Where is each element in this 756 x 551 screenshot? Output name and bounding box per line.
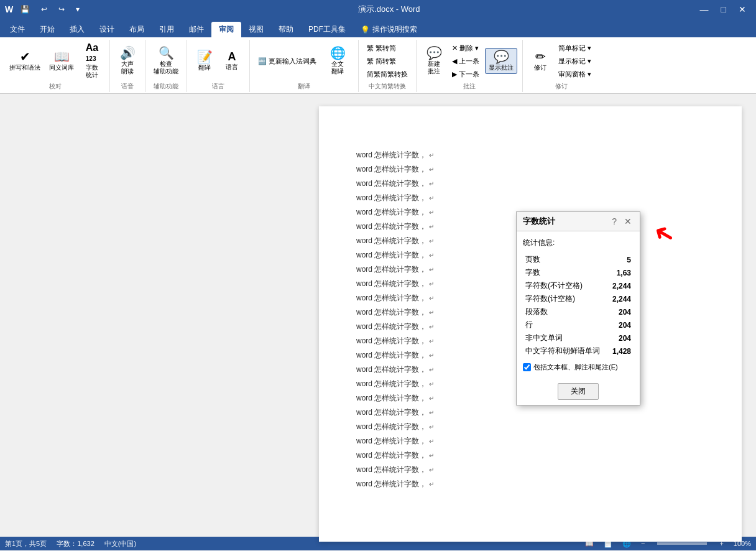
dialog-help-button[interactable]: ?: [610, 216, 619, 226]
group-chinese-convert-content: 繁 繁转简 繁 简转繁 简繁简繁转换: [364, 41, 411, 81]
stats-table: 页数5字数1,63字符数(不计空格)2,244字符数(计空格)2,244段落数2…: [523, 253, 634, 358]
title-bar: W 💾 ↩ ↪ ▾ 演示.docx - Word — □ ✕: [0, 0, 756, 19]
group-track-changes-label: 修订: [555, 82, 568, 91]
spell-check-label: 拼写和语法: [9, 64, 40, 72]
include-textbox-checkbox[interactable]: [523, 363, 531, 371]
close-button[interactable]: ✕: [734, 3, 751, 16]
dialog-close-icon-button[interactable]: ✕: [622, 216, 634, 226]
tab-layout[interactable]: 布局: [122, 22, 152, 37]
show-comments-label: 显示批注: [489, 64, 514, 72]
next-icon: ▶: [452, 70, 457, 78]
doc-line: word 怎样统计字数，↵: [356, 193, 704, 203]
next-comment-button[interactable]: ▶ 下一条: [449, 68, 482, 80]
doc-line-text: word 怎样统计字数，: [356, 164, 426, 175]
tab-view[interactable]: 视图: [241, 22, 271, 37]
simple-markup-button[interactable]: 简单标记 ▾: [555, 42, 594, 54]
stat-value: 5: [608, 253, 634, 266]
doc-line-text: word 怎样统计字数，: [356, 178, 426, 189]
trad-to-simp-button[interactable]: 繁 繁转简: [364, 42, 411, 54]
zoom-slider[interactable]: [657, 542, 707, 545]
quick-more-icon[interactable]: ▾: [72, 4, 83, 15]
lightbulb-icon: 💡: [361, 25, 370, 34]
ribbon-tab-bar: 文件 开始 插入 设计 布局 引用 邮件 审阅 视图 帮助 PDF工具集 💡 操…: [0, 19, 756, 37]
doc-line: word 怎样统计字数，↵: [356, 178, 704, 189]
tab-search[interactable]: 💡 操作说明搜索: [353, 22, 425, 37]
tab-pdf[interactable]: PDF工具集: [301, 22, 353, 37]
tab-help[interactable]: 帮助: [271, 22, 301, 37]
group-accessibility-label: 辅助功能: [154, 82, 178, 91]
show-markup-button[interactable]: 显示标记 ▾: [555, 55, 594, 67]
doc-line-text: word 怎样统计字数，: [356, 264, 426, 275]
translate-button[interactable]: 📝 翻译: [192, 49, 217, 73]
quick-redo-icon[interactable]: ↪: [55, 4, 68, 15]
update-ime-button[interactable]: 🔤 更新输入法词典: [255, 55, 320, 67]
review-pane-button[interactable]: 审阅窗格 ▾: [555, 68, 594, 80]
spell-check-button[interactable]: ✔ 拼写和语法: [6, 49, 44, 73]
check-accessibility-button[interactable]: 🔍 检查辅助功能: [150, 45, 182, 77]
convert-button[interactable]: 简繁简繁转换: [364, 68, 411, 80]
tab-file[interactable]: 文件: [2, 22, 32, 37]
window-controls: — □ ✕: [695, 3, 751, 16]
paragraph-mark: ↵: [429, 395, 434, 402]
thesaurus-button[interactable]: 📖 同义词库: [46, 49, 77, 73]
paragraph-mark: ↵: [429, 352, 434, 359]
paragraph-mark: ↵: [429, 309, 434, 316]
group-proofing-label: 校对: [49, 82, 62, 91]
minimize-button[interactable]: —: [695, 3, 714, 16]
group-track-changes-content: ✏ 修订 简单标记 ▾ 显示标记 ▾ 审阅窗格 ▾: [528, 41, 594, 81]
convert-label: 简繁简繁转换: [367, 70, 408, 79]
doc-line-text: word 怎样统计字数，: [356, 479, 426, 489]
simp-to-trad-label: 繁 简转繁: [367, 57, 396, 66]
tab-insert[interactable]: 插入: [62, 22, 92, 37]
doc-line-text: word 怎样统计字数，: [356, 207, 426, 218]
document-area: word 怎样统计字数，↵word 怎样统计字数，↵word 怎样统计字数，↵w…: [0, 94, 756, 537]
maximize-button[interactable]: □: [716, 3, 731, 16]
read-aloud-button[interactable]: 🔊 大声朗读: [115, 45, 140, 77]
tab-review[interactable]: 审阅: [211, 22, 241, 37]
word-count-label: 字数统计: [86, 64, 98, 79]
simp-to-trad-button[interactable]: 繁 简转繁: [364, 55, 411, 67]
check-accessibility-label: 检查辅助功能: [154, 60, 178, 75]
show-comments-button[interactable]: 💬 显示批注: [485, 48, 517, 74]
tab-references[interactable]: 引用: [152, 22, 182, 37]
doc-line-text: word 怎样统计字数，: [356, 150, 426, 160]
title-text: 演示.docx - Word: [358, 4, 420, 15]
quick-save-icon[interactable]: 💾: [17, 4, 34, 15]
group-comments-label: 批注: [463, 82, 476, 91]
doc-line-text: word 怎样统计字数，: [356, 379, 426, 389]
doc-line-text: word 怎样统计字数，: [356, 193, 426, 203]
stat-label: 字符数(计空格): [523, 292, 608, 305]
prev-comment-button[interactable]: ◀ 上一条: [449, 55, 482, 67]
delete-comment-button[interactable]: ✕ 删除 ▾: [449, 42, 482, 54]
tab-design[interactable]: 设计: [92, 22, 122, 37]
tab-home[interactable]: 开始: [32, 22, 62, 37]
quick-undo-icon[interactable]: ↩: [37, 4, 51, 15]
word-count-button[interactable]: Aa123 字数统计: [80, 41, 104, 81]
dialog-close-button[interactable]: 关闭: [558, 383, 599, 400]
full-translate-button[interactable]: 🌐 全文翻译: [322, 45, 353, 77]
paragraph-mark: ↵: [429, 381, 434, 387]
doc-line-text: word 怎样统计字数，: [356, 250, 426, 261]
group-accessibility-content: 🔍 检查辅助功能: [150, 41, 182, 81]
group-language: 📝 翻译 A 语言 语言: [187, 40, 250, 92]
doc-line-text: word 怎样统计字数，: [356, 364, 426, 375]
doc-line-text: word 怎样统计字数，: [356, 436, 426, 447]
track-changes-icon: ✏: [535, 50, 546, 63]
group-speech: 🔊 大声朗读 语音: [110, 40, 145, 92]
doc-line: word 怎样统计字数，↵: [356, 407, 704, 418]
trad-to-simp-label: 繁 繁转简: [367, 44, 396, 53]
thesaurus-icon: 📖: [54, 50, 70, 63]
doc-line: word 怎样统计字数，↵: [356, 465, 704, 475]
speaker-icon: 🔊: [120, 47, 136, 59]
track-changes-button[interactable]: ✏ 修订: [528, 49, 553, 73]
group-translation: 🔤 更新输入法词典 🌐 全文翻译 翻译: [250, 40, 359, 92]
language-button[interactable]: A 语言: [219, 49, 244, 73]
new-comment-button[interactable]: 💬 新建批注: [422, 45, 446, 77]
review-pane-chevron-icon: ▾: [588, 70, 591, 78]
doc-line-text: word 怎样统计字数，: [356, 465, 426, 475]
chinese-convert-col: 繁 繁转简 繁 简转繁 简繁简繁转换: [364, 42, 411, 80]
track-col: 简单标记 ▾ 显示标记 ▾ 审阅窗格 ▾: [555, 42, 594, 80]
tab-mailings[interactable]: 邮件: [182, 22, 211, 37]
doc-line: word 怎样统计字数，↵: [356, 150, 704, 160]
doc-line: word 怎样统计字数，↵: [356, 436, 704, 447]
